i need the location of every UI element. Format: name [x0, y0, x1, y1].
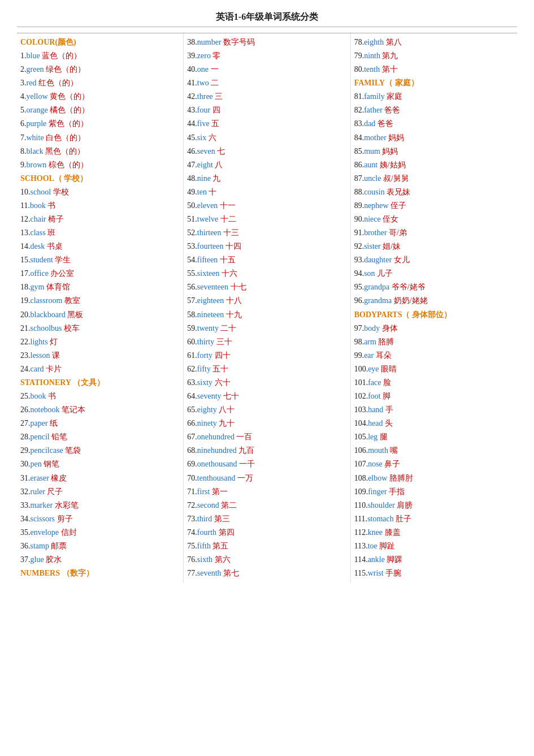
list-item: 1.blue 蓝色（的） [20, 49, 180, 63]
list-item: 53.fourteen 十四 [187, 240, 346, 253]
list-item: 43.four 四 [187, 103, 346, 117]
list-item: 63.sixty 六十 [187, 376, 346, 390]
list-item: 8.black 黑色（的） [20, 145, 180, 158]
list-item: 96.grandma 奶奶/姥姥 [354, 294, 514, 308]
list-item: 64.seventy 七十 [187, 390, 346, 403]
list-item: 11.book 书 [20, 199, 180, 213]
list-item: 34.scissors 剪子 [20, 512, 180, 526]
list-item: 72.second 第二 [187, 499, 346, 512]
list-item: 29.pencilcase 笔袋 [20, 444, 180, 457]
list-item: 92.sister 姐/妹 [354, 240, 514, 253]
list-item: 56.seventeen 十七 [187, 280, 346, 294]
column-2: 38.number 数字号码39.zero 零40.one 一41.two 二4… [184, 33, 350, 582]
list-item: 33.marker 水彩笔 [20, 499, 180, 512]
list-item: 55.sixteen 十六 [187, 267, 346, 280]
list-item: 5.orange 橘色（的） [20, 103, 180, 117]
list-item: 17.office 办公室 [20, 267, 180, 280]
list-item: 39.zero 零 [187, 49, 346, 63]
category-line: COLOUR(颜色) [20, 36, 180, 49]
list-item: 93.daughter 女儿 [354, 253, 514, 267]
list-item: 60.thirty 三十 [187, 335, 346, 349]
list-item: 10.school 学校 [20, 185, 180, 199]
list-item: 54.fifteen 十五 [187, 253, 346, 267]
list-item: 7.white 白色（的） [20, 131, 180, 145]
list-item: 102.foot 脚 [354, 390, 514, 403]
page-title: 英语1-6年级单词系统分类 [17, 11, 517, 27]
list-item: 18.gym 体育馆 [20, 280, 180, 294]
list-item: 47.eight 八 [187, 158, 346, 172]
list-item: 65.eighty 八十 [187, 403, 346, 417]
list-item: 27.paper 纸 [20, 417, 180, 430]
list-item: 70.tenthousand 一万 [187, 472, 346, 485]
list-item: 91.brother 哥/弟 [354, 226, 514, 240]
list-item: 41.two 二 [187, 76, 346, 90]
list-item: 87.uncle 叔/舅舅 [354, 172, 514, 185]
column-1: COLOUR(颜色)1.blue 蓝色（的）2.green 绿色（的）3.red… [17, 33, 184, 582]
list-item: 26.notebook 笔记本 [20, 403, 180, 417]
list-item: 19.classroom 教室 [20, 294, 180, 308]
list-item: 100.eye 眼睛 [354, 362, 514, 376]
list-item: 32.ruler 尺子 [20, 485, 180, 499]
list-item: 77.seventh 第七 [187, 567, 346, 580]
list-item: 75.fifth 第五 [187, 539, 346, 553]
list-item: 86.aunt 姨/姑妈 [354, 158, 514, 172]
list-item: 30.pen 钢笔 [20, 457, 180, 471]
list-item: 52.thirteen 十三 [187, 226, 346, 240]
category-line: FAMILY（ 家庭） [354, 76, 514, 90]
list-item: 114.ankle 脚踝 [354, 553, 514, 567]
list-item: 95.grandpa 爷爷/姥爷 [354, 280, 514, 294]
list-item: 73.third 第三 [187, 512, 346, 526]
list-item: 25.book 书 [20, 390, 180, 403]
list-item: 105.leg 腿 [354, 430, 514, 444]
list-item: 110.shoulder 肩膀 [354, 499, 514, 512]
list-item: 50.eleven 十一 [187, 199, 346, 213]
list-item: 15.student 学生 [20, 253, 180, 267]
list-item: 112.knee 膝盖 [354, 526, 514, 539]
list-item: 22.lights 灯 [20, 335, 180, 349]
category-line: SCHOOL（ 学校） [20, 172, 180, 185]
list-item: 45.six 六 [187, 131, 346, 145]
list-item: 113.toe 脚趾 [354, 539, 514, 553]
list-item: 12.chair 椅子 [20, 213, 180, 226]
list-item: 28.pencil 铅笔 [20, 430, 180, 444]
list-item: 24.card 卡片 [20, 362, 180, 376]
list-item: 115.wrist 手腕 [354, 567, 514, 580]
category-line: BODYPARTS（ 身体部位） [354, 308, 514, 322]
list-item: 111.stomach 肚子 [354, 512, 514, 526]
list-item: 59.twenty 二十 [187, 322, 346, 335]
list-item: 57.eighteen 十八 [187, 294, 346, 308]
list-item: 109.finger 手指 [354, 485, 514, 499]
list-item: 106.mouth 嘴 [354, 444, 514, 457]
list-item: 6.purple 紫色（的） [20, 117, 180, 131]
category-line: STATIONERY （文具） [20, 376, 180, 390]
list-item: 66.ninety 九十 [187, 417, 346, 430]
list-item: 97.body 身体 [354, 322, 514, 335]
list-item: 107.nose 鼻子 [354, 457, 514, 471]
category-line: NUMBERS （数字） [20, 567, 180, 580]
list-item: 82.father 爸爸 [354, 103, 514, 117]
list-item: 71.first 第一 [187, 485, 346, 499]
column-3: 78.eighth 第八79.ninth 第九80.tenth 第十FAMILY… [351, 33, 517, 582]
list-item: 61.forty 四十 [187, 349, 346, 362]
columns-wrapper: COLOUR(颜色)1.blue 蓝色（的）2.green 绿色（的）3.red… [17, 33, 517, 582]
list-item: 79.ninth 第九 [354, 49, 514, 63]
list-item: 99.ear 耳朵 [354, 349, 514, 362]
list-item: 3.red 红色（的） [20, 76, 180, 90]
list-item: 76.sixth 第六 [187, 553, 346, 567]
list-item: 85.mum 妈妈 [354, 145, 514, 158]
list-item: 90.niece 侄女 [354, 213, 514, 226]
list-item: 80.tenth 第十 [354, 63, 514, 76]
list-item: 67.onehundred 一百 [187, 430, 346, 444]
list-item: 37.glue 胶水 [20, 553, 180, 567]
list-item: 62.fifty 五十 [187, 362, 346, 376]
list-item: 101.face 脸 [354, 376, 514, 390]
list-item: 14.desk 书桌 [20, 240, 180, 253]
list-item: 49.ten 十 [187, 185, 346, 199]
list-item: 81.family 家庭 [354, 90, 514, 103]
list-item: 104.head 头 [354, 417, 514, 430]
list-item: 51.twelve 十二 [187, 213, 346, 226]
list-item: 2.green 绿色（的） [20, 63, 180, 76]
list-item: 83.dad 爸爸 [354, 117, 514, 131]
list-item: 35.envelope 信封 [20, 526, 180, 539]
list-item: 88.cousin 表兄妹 [354, 185, 514, 199]
